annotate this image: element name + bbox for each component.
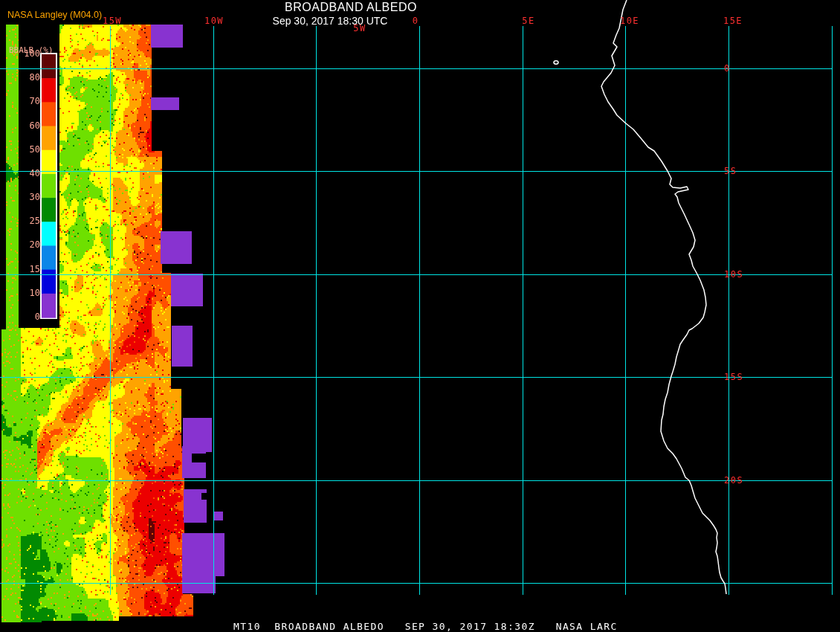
colorbar-tick-15: 15 xyxy=(6,264,40,274)
colorbar-tick-30: 30 xyxy=(6,192,40,202)
colorbar-tick-80: 80 xyxy=(6,72,40,83)
colorbar-tick-25: 25 xyxy=(6,216,40,226)
lat-label-10S: 10S xyxy=(724,269,743,280)
colorbar-tick-20: 20 xyxy=(6,239,40,250)
lat-label-20S: 20S xyxy=(724,475,743,486)
lat-label-0: 0 xyxy=(724,63,731,74)
source-version-tag: NASA Langley (M04.0) xyxy=(7,10,102,20)
lon-label-10E: 10E xyxy=(620,16,639,26)
page-title: BROADBAND ALBEDO xyxy=(247,1,455,14)
colorbar-tick-100: 100 xyxy=(6,48,40,59)
colorbar-tick-10: 10 xyxy=(6,288,40,298)
footer-caption: MT10 BROADBAND ALBEDO SEP 30, 2017 18:30… xyxy=(233,621,618,632)
albedo-map-screen: NASA Langley (M04.0) BROADBAND ALBEDO Se… xyxy=(0,0,840,632)
lon-label-5E: 5E xyxy=(522,16,534,26)
lat-label-5S: 5S xyxy=(724,166,737,176)
colorbar-tick-70: 70 xyxy=(6,96,40,106)
lat-label-15S: 15S xyxy=(724,372,743,382)
lon-label-10W: 10W xyxy=(204,16,224,26)
colorbar-tick-40: 40 xyxy=(6,168,40,178)
colorbar-tick-50: 50 xyxy=(6,144,40,155)
albedo-map-canvas xyxy=(0,0,840,632)
lon-label-15E: 15E xyxy=(723,16,743,26)
colorbar-tick-60: 60 xyxy=(6,120,40,131)
lon-label-15W: 15W xyxy=(103,16,122,26)
colorbar-tick-0: 0 xyxy=(6,312,40,322)
timestamp-label: Sep 30, 2017 18:30 UTC xyxy=(226,15,434,27)
